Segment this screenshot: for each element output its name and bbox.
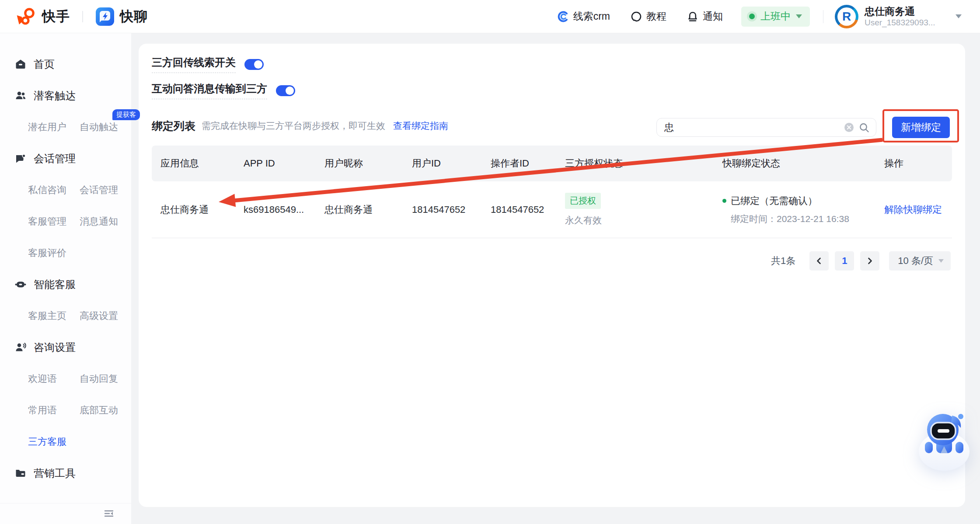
add-binding-button[interactable]: 新增绑定	[892, 117, 950, 138]
auth-validity: 永久有效	[565, 214, 714, 226]
cell-bind-status: 已绑定（无需确认） 绑定时间：2023-12-21 16:38	[714, 194, 875, 225]
sidebar-item-smart-service[interactable]: 智能客服	[0, 269, 131, 300]
prev-page-button[interactable]	[809, 251, 829, 271]
content-area: 三方回传线索开关 互动问答消息传输到三方 绑定列表 需完成在快聊与三方平台两步授…	[131, 33, 980, 524]
lead-return-toggle[interactable]	[244, 59, 264, 70]
avatar-letter: R	[837, 7, 856, 26]
sidebar-item-agent-review[interactable]: 客服评价	[28, 246, 80, 260]
sidebar-item-prospects[interactable]: 潜客触达	[0, 80, 131, 111]
sidebar-item-label: 会话管理	[34, 152, 76, 166]
lead-badge: 提获客	[112, 109, 140, 120]
nav-tutorial[interactable]: 教程	[630, 10, 666, 23]
users-icon	[15, 90, 26, 101]
user-id: User_158329093...	[865, 17, 948, 28]
top-header: 快手 快聊	[0, 0, 980, 33]
sidebar: 首页 潜客触达 潜在用户 自动触达 提获客	[0, 33, 131, 524]
user-name: 忠仕商务通	[865, 5, 948, 17]
sidebar-item-agent-mgmt[interactable]: 客服管理	[28, 215, 80, 228]
sidebar-item-message-notify[interactable]: 消息通知	[80, 215, 131, 228]
header-right: 线索crm 教程 通知	[537, 5, 962, 28]
cell-app-id: ks69186549...	[235, 204, 316, 215]
bind-status-text: 已绑定（无需确认）	[731, 194, 817, 208]
sidebar-item-label: 首页	[34, 57, 55, 71]
toggle-row-lead-return: 三方回传线索开关	[152, 55, 264, 73]
sidebar-item-potential-users[interactable]: 潜在用户	[28, 121, 80, 134]
sidebar-item-session-mgmt-sub[interactable]: 会话管理	[80, 184, 131, 197]
bind-time: 绑定时间：2023-12-21 16:38	[722, 213, 875, 225]
search-box	[656, 118, 876, 137]
toggle-label: 三方回传线索开关	[152, 56, 236, 73]
cell-user-id: 1814547652	[403, 204, 482, 215]
user-menu[interactable]: R 忠仕商务通 User_158329093...	[835, 5, 962, 28]
sidebar-item-home[interactable]: 首页	[0, 49, 131, 80]
page-number-button[interactable]: 1	[835, 251, 854, 271]
user-meta: 忠仕商务通 User_158329093...	[865, 5, 948, 28]
col-header-operator-id: 操作者ID	[482, 157, 556, 170]
unbind-link[interactable]: 解除快聊绑定	[884, 204, 942, 215]
pagination-total: 共1条	[771, 254, 795, 267]
robot-icon	[15, 279, 26, 290]
sidebar-item-session-mgmt[interactable]: 会话管理	[0, 143, 131, 174]
crm-swirl-icon	[557, 10, 569, 23]
col-header-app-info: 应用信息	[152, 157, 235, 170]
col-header-user-id: 用户ID	[403, 157, 482, 170]
binding-guide-link[interactable]: 查看绑定指南	[393, 120, 448, 132]
main-card: 三方回传线索开关 互动问答消息传输到三方 绑定列表 需完成在快聊与三方平台两步授…	[139, 44, 965, 507]
sidebar-item-auto-reach[interactable]: 自动触达 提获客	[80, 121, 131, 134]
col-header-auth-status: 三方授权状态	[556, 157, 714, 170]
nav-crm-label: 线索crm	[573, 10, 610, 23]
avatar: R	[835, 5, 858, 28]
sidebar-item-marketing-tools[interactable]: 营销工具	[0, 458, 131, 489]
sidebar-item-service-home[interactable]: 客服主页	[28, 309, 80, 323]
sidebar-item-welcome-msg[interactable]: 欢迎语	[28, 372, 80, 385]
collapse-menu-icon[interactable]	[103, 508, 115, 519]
work-status-label: 上班中	[760, 10, 791, 23]
chat-icon	[15, 153, 26, 164]
nav-tutorial-label: 教程	[646, 10, 666, 23]
clear-circle-icon[interactable]	[844, 123, 854, 132]
col-header-actions: 操作	[875, 157, 952, 170]
section-title: 绑定列表	[152, 119, 195, 133]
sidebar-item-dm-consult[interactable]: 私信咨询	[28, 184, 80, 197]
cell-nickname: 忠仕商务通	[316, 203, 403, 216]
pagination: 共1条 1 10 条/页	[771, 251, 951, 271]
sidebar-item-common-phrases[interactable]: 常用语	[28, 404, 80, 417]
bell-icon	[687, 10, 699, 23]
chatbot-mascot-icon[interactable]	[912, 404, 977, 471]
binding-table: 应用信息 APP ID 用户昵称 用户ID 操作者ID 三方授权状态 快聊绑定状…	[152, 146, 952, 238]
brand-divider	[82, 11, 83, 22]
person-sound-icon	[15, 342, 26, 353]
work-status-select[interactable]: 上班中	[741, 7, 810, 27]
page-size-value: 10 条/页	[898, 254, 933, 267]
chevron-right-icon	[865, 257, 874, 265]
sidebar-item-bottom-interaction[interactable]: 底部互动	[80, 404, 131, 417]
section-description: 需完成在快聊与三方平台两步授权，即可生效	[202, 120, 385, 132]
page-size-select[interactable]: 10 条/页	[889, 251, 951, 271]
col-header-app-id: APP ID	[235, 158, 316, 169]
next-page-button[interactable]	[860, 251, 879, 271]
sidebar-item-third-party-service[interactable]: 三方客服	[28, 435, 80, 448]
search-input[interactable]	[657, 122, 844, 133]
sidebar-item-label: 智能客服	[34, 278, 76, 291]
nav-notifications[interactable]: 通知	[687, 10, 723, 23]
search-icon[interactable]	[858, 122, 870, 133]
cell-operator-id: 1814547652	[482, 204, 556, 215]
nav-crm[interactable]: 线索crm	[557, 10, 610, 23]
sidebar-item-advanced-settings[interactable]: 高级设置	[80, 309, 131, 323]
cell-app-name: 忠仕商务通	[152, 203, 235, 216]
toggle-label: 互动问答消息传输到三方	[152, 82, 267, 99]
toggle-row-qa-transfer: 互动问答消息传输到三方	[152, 81, 295, 100]
sidebar-item-consult-settings[interactable]: 咨询设置	[0, 332, 131, 363]
sidebar-item-label: 咨询设置	[34, 340, 76, 354]
sidebar-item-label: 潜客触达	[34, 89, 76, 103]
qa-transfer-toggle[interactable]	[276, 85, 295, 96]
brand-area: 快手 快聊	[17, 7, 148, 26]
cell-auth-status: 已授权 永久有效	[556, 193, 714, 226]
caret-down-icon	[956, 14, 962, 18]
bound-status-dot-icon	[722, 199, 726, 203]
kuailiao-logo-icon	[95, 7, 115, 26]
sidebar-item-auto-reply[interactable]: 自动回复	[80, 372, 131, 385]
col-header-nickname: 用户昵称	[316, 157, 403, 170]
table-row: 忠仕商务通 ks69186549... 忠仕商务通 1814547652 181…	[152, 181, 952, 238]
online-status-dot-icon	[749, 14, 755, 19]
